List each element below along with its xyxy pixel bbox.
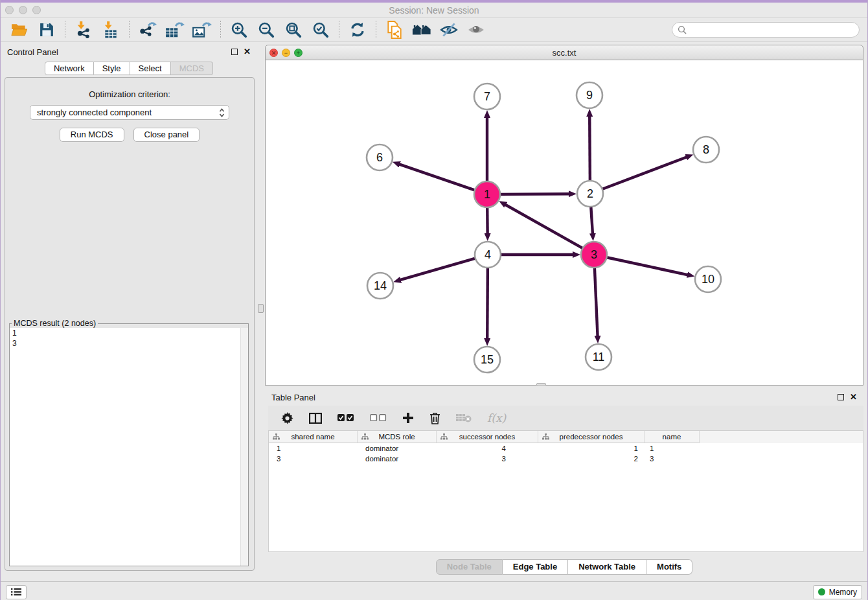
table-cell[interactable]: 4 bbox=[437, 443, 538, 454]
graph-edge-1-2[interactable] bbox=[499, 194, 572, 194]
new-network-from-selection-icon[interactable] bbox=[385, 20, 404, 40]
column-header-name[interactable]: name bbox=[645, 431, 700, 443]
table-row[interactable]: 3dominator323 bbox=[269, 454, 863, 464]
column-header-predecessor-nodes[interactable]: predecessor nodes bbox=[538, 431, 645, 443]
table-cell[interactable]: 1 bbox=[269, 443, 358, 454]
column-header-shared-name[interactable]: shared name bbox=[269, 431, 358, 443]
hide-selected-icon[interactable] bbox=[439, 20, 459, 40]
deselect-all-checkboxes-icon[interactable] bbox=[370, 414, 387, 422]
minimize-network-icon[interactable]: − bbox=[282, 49, 290, 57]
graph-edge-2-8[interactable] bbox=[602, 156, 689, 189]
criterion-dropdown[interactable]: strongly connected component bbox=[30, 105, 229, 120]
search-input[interactable] bbox=[672, 22, 860, 38]
export-table-icon[interactable] bbox=[165, 20, 185, 40]
tab-network[interactable]: Network bbox=[45, 62, 94, 75]
column-header-label: predecessor nodes bbox=[560, 433, 623, 441]
tab-motifs[interactable]: Motifs bbox=[646, 559, 692, 575]
graph-node-label: 7 bbox=[484, 90, 490, 103]
tab-node-table[interactable]: Node Table bbox=[436, 559, 503, 575]
graph-node-label: 6 bbox=[376, 151, 383, 164]
function-builder-icon[interactable]: f(x) bbox=[487, 411, 506, 424]
close-panel-button[interactable]: Close panel bbox=[133, 128, 200, 142]
graph-edge-3-1[interactable] bbox=[503, 203, 583, 249]
graph-edge-4-14[interactable] bbox=[398, 258, 476, 281]
network-graph[interactable]: 7968124314101511 bbox=[266, 60, 864, 384]
maximize-window-icon[interactable] bbox=[32, 6, 41, 14]
zoom-in-icon[interactable] bbox=[229, 20, 249, 40]
zoom-out-icon[interactable] bbox=[257, 20, 276, 40]
split-columns-icon[interactable] bbox=[309, 413, 322, 424]
graph-edge-2-3[interactable] bbox=[591, 206, 593, 237]
zoom-selected-icon[interactable] bbox=[311, 20, 330, 40]
toolbar-separator bbox=[65, 21, 65, 39]
table-cell[interactable]: dominator bbox=[358, 454, 437, 464]
table-cell[interactable]: 2 bbox=[538, 454, 645, 464]
column-header-successor-nodes[interactable]: successor nodes bbox=[437, 431, 538, 443]
export-image-icon[interactable] bbox=[192, 20, 212, 40]
graph-edge-2-9[interactable] bbox=[589, 113, 590, 181]
table-cell[interactable]: 1 bbox=[645, 443, 700, 454]
scrollbar[interactable] bbox=[240, 328, 248, 566]
float-panel-icon[interactable] bbox=[231, 49, 238, 55]
tab-network-table[interactable]: Network Table bbox=[568, 559, 646, 575]
table-row[interactable]: 1dominator411 bbox=[269, 443, 863, 454]
float-table-panel-icon[interactable] bbox=[838, 394, 844, 400]
memory-button[interactable]: Memory bbox=[813, 585, 862, 599]
close-network-icon[interactable]: ✕ bbox=[269, 49, 278, 57]
network-canvas[interactable]: 7968124314101511 bbox=[265, 60, 863, 386]
tab-style[interactable]: Style bbox=[94, 62, 130, 75]
panel-splitter[interactable] bbox=[257, 42, 265, 581]
close-panel-icon[interactable]: ✕ bbox=[244, 49, 251, 55]
graph-edge-1-6[interactable] bbox=[396, 163, 475, 190]
main-toolbar bbox=[1, 18, 867, 42]
show-all-icon[interactable] bbox=[466, 20, 486, 40]
close-window-icon[interactable] bbox=[5, 6, 14, 14]
mcds-result-box: MCDS result (2 nodes) 13 bbox=[9, 319, 249, 566]
run-mcds-button[interactable]: Run MCDS bbox=[60, 128, 124, 142]
table-cell[interactable]: 3 bbox=[645, 454, 700, 464]
select-all-checkboxes-icon[interactable] bbox=[337, 414, 354, 422]
graph-edge-3-11[interactable] bbox=[595, 267, 598, 339]
graph-node-label: 4 bbox=[485, 248, 491, 261]
delete-table-icon[interactable] bbox=[456, 413, 472, 422]
minimize-window-icon[interactable] bbox=[19, 6, 27, 14]
gear-icon[interactable] bbox=[281, 412, 293, 424]
table-cell[interactable]: 3 bbox=[269, 454, 358, 464]
save-session-icon[interactable] bbox=[37, 20, 56, 40]
table-cell[interactable]: dominator bbox=[358, 443, 437, 454]
canvas-splitter-grip[interactable] bbox=[536, 383, 546, 386]
zoom-fit-icon[interactable] bbox=[284, 20, 303, 40]
close-table-panel-icon[interactable]: ✕ bbox=[850, 394, 857, 400]
open-session-icon[interactable] bbox=[10, 20, 29, 40]
table-cell[interactable]: 1 bbox=[538, 443, 645, 454]
column-header-label: shared name bbox=[291, 433, 334, 441]
dropdown-stepper-icon bbox=[219, 108, 225, 118]
task-history-button[interactable] bbox=[6, 585, 27, 599]
delete-column-icon[interactable] bbox=[429, 412, 440, 424]
graph-edge-4-15[interactable] bbox=[487, 267, 488, 341]
home-layout-icon[interactable] bbox=[412, 20, 431, 40]
maximize-network-icon[interactable]: + bbox=[294, 49, 303, 57]
graph-node-label: 10 bbox=[702, 273, 714, 286]
export-network-icon[interactable] bbox=[138, 20, 157, 40]
mcds-result-list[interactable]: 13 bbox=[10, 328, 248, 566]
import-network-icon[interactable] bbox=[74, 20, 93, 40]
node-table: shared nameMCDS rolesuccessor nodesprede… bbox=[268, 430, 863, 552]
splitter-grip[interactable] bbox=[258, 304, 264, 313]
add-column-icon[interactable] bbox=[402, 412, 414, 424]
toolbar-separator bbox=[129, 21, 130, 39]
window-title: Session: New Session bbox=[1, 3, 867, 18]
tab-mcds[interactable]: MCDS bbox=[171, 62, 213, 75]
table-cell[interactable]: 3 bbox=[437, 454, 538, 464]
search-field[interactable] bbox=[687, 25, 854, 35]
tab-edge-table[interactable]: Edge Table bbox=[503, 559, 568, 575]
graph-edge-3-10[interactable] bbox=[606, 257, 691, 275]
network-window-titlebar[interactable]: ✕ − + scc.txt bbox=[265, 45, 863, 60]
task-history-icon bbox=[11, 588, 21, 596]
refresh-icon[interactable] bbox=[348, 20, 367, 40]
control-panel-tabs: NetworkStyleSelectMCDS bbox=[45, 62, 213, 77]
column-header-label: name bbox=[663, 433, 681, 441]
tab-select[interactable]: Select bbox=[130, 62, 171, 75]
column-header-MCDS-role[interactable]: MCDS role bbox=[358, 431, 437, 443]
import-table-icon[interactable] bbox=[101, 20, 120, 40]
